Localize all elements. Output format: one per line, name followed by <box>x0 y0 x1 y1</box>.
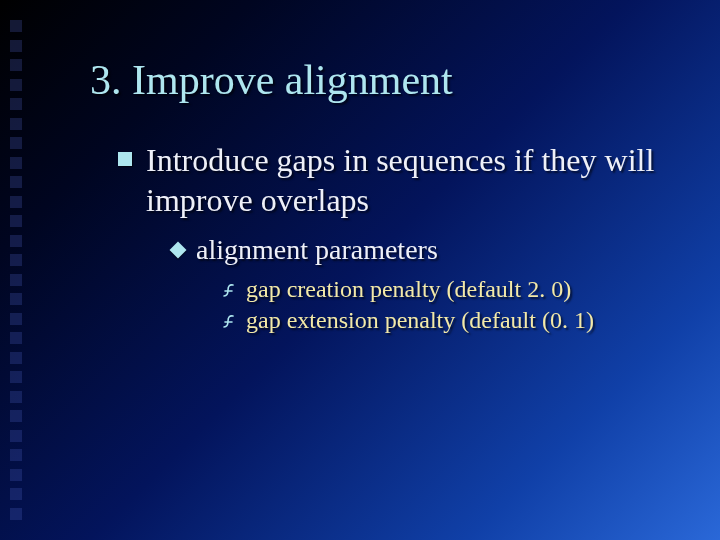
deco-square <box>10 449 22 461</box>
deco-square <box>10 137 22 149</box>
deco-square <box>10 469 22 481</box>
deco-square <box>10 508 22 520</box>
decorative-squares-column <box>10 20 24 520</box>
bullet-level-1: Introduce gaps in sequences if they will… <box>118 140 680 220</box>
deco-square <box>10 196 22 208</box>
deco-square <box>10 371 22 383</box>
deco-square <box>10 79 22 91</box>
deco-square <box>10 215 22 227</box>
lvl1-text: Introduce gaps in sequences if they will… <box>146 140 680 220</box>
lvl3b-text: gap extension penalty (default (0. 1) <box>246 307 594 334</box>
deco-square <box>10 20 22 32</box>
lvl2-text: alignment parameters <box>196 234 438 266</box>
deco-square <box>10 40 22 52</box>
deco-square <box>10 410 22 422</box>
deco-square <box>10 235 22 247</box>
deco-square <box>10 98 22 110</box>
content-area: 3. Improve alignment Introduce gaps in s… <box>90 56 680 338</box>
script-f-bullet-icon <box>222 283 236 303</box>
slide: 3. Improve alignment Introduce gaps in s… <box>0 0 720 540</box>
bullet-level-2: alignment parameters <box>172 234 680 266</box>
script-f-bullet-icon <box>222 314 236 334</box>
deco-square <box>10 254 22 266</box>
deco-square <box>10 59 22 71</box>
bullet-level-3: gap extension penalty (default (0. 1) <box>222 307 680 334</box>
deco-square <box>10 391 22 403</box>
deco-square <box>10 274 22 286</box>
deco-square <box>10 332 22 344</box>
deco-square <box>10 352 22 364</box>
deco-square <box>10 118 22 130</box>
deco-square <box>10 293 22 305</box>
bullet-level-3: gap creation penalty (default 2. 0) <box>222 276 680 303</box>
deco-square <box>10 176 22 188</box>
deco-square <box>10 157 22 169</box>
diamond-bullet-icon <box>170 242 187 259</box>
lvl3a-text: gap creation penalty (default 2. 0) <box>246 276 571 303</box>
square-bullet-icon <box>118 152 132 166</box>
deco-square <box>10 430 22 442</box>
deco-square <box>10 488 22 500</box>
slide-title: 3. Improve alignment <box>90 56 680 104</box>
deco-square <box>10 313 22 325</box>
